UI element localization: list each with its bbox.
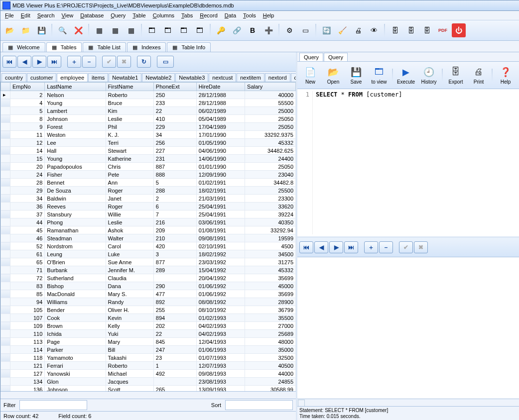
table-row[interactable]: 83BishopDana29001/06/199245000 <box>1 282 296 290</box>
table-row[interactable]: 134GlonJacques23/08/199324855 <box>1 378 296 386</box>
table-design-icon[interactable]: 🗔 <box>193 23 207 37</box>
new-button[interactable]: 📄New <box>299 63 321 87</box>
table-tab-nextitem[interactable]: nextitem <box>237 73 264 82</box>
export-icon[interactable]: 🗄 <box>388 23 402 37</box>
table-row[interactable]: 45RamanathanAshok20901/08/199133292.94 <box>1 226 296 234</box>
delete-record-button[interactable]: － <box>82 56 96 68</box>
table-row[interactable]: 71BurbankJennifer M.28915/04/199245332 <box>1 266 296 274</box>
save-icon[interactable]: 💾 <box>34 23 48 37</box>
emp-col-salary[interactable]: Salary <box>245 83 296 91</box>
table-row[interactable]: 11WestonK. J.3417/01/199033292.9375 <box>1 131 296 139</box>
emp-col-lastname[interactable]: LastName <box>45 83 106 91</box>
next-record-button[interactable]: ▶ <box>32 56 46 68</box>
execute-button[interactable]: ▶Execute <box>395 63 417 87</box>
open-button[interactable]: 📂Open <box>322 63 344 87</box>
table-tab-nextcust[interactable]: nextcust <box>209 73 236 82</box>
column-edit-icon[interactable]: ▦ <box>124 23 138 37</box>
menu-database[interactable]: Database <box>77 11 107 19</box>
menubar[interactable]: FileEditSearchViewDatabaseQueryTableColu… <box>0 11 519 20</box>
table-row[interactable]: 36ReevesRoger625/04/199133620 <box>1 203 296 210</box>
table-row[interactable]: 12LeeTerri25601/05/199045332 <box>1 139 296 147</box>
preview-icon[interactable]: 👁 <box>367 23 381 37</box>
table-row[interactable]: 107CookKevin89401/02/199335500 <box>1 314 296 322</box>
table-row[interactable]: 110IchidaYuki2204/02/199325689 <box>1 330 296 338</box>
table-row[interactable]: 34BaldwinJanet221/03/199123300 <box>1 195 296 203</box>
table-tab-nextord[interactable]: nextord <box>265 73 290 82</box>
menu-edit[interactable]: Edit <box>17 11 34 19</box>
nav-tab-tables[interactable]: ▦Tables <box>46 42 82 52</box>
result-next-button[interactable]: ▶ <box>329 241 343 253</box>
table-new-icon[interactable]: 🗔 <box>145 23 159 37</box>
column-add-icon[interactable]: ▦ <box>92 23 106 37</box>
last-record-button[interactable]: ⏭ <box>47 56 61 68</box>
table-tab-customer[interactable]: customer <box>27 73 56 82</box>
table-row[interactable]: 28BennetAnn501/02/199134482.8 <box>1 179 296 187</box>
first-record-button[interactable]: ⏮ <box>2 56 16 68</box>
table-delete-icon[interactable]: 🗔 <box>177 23 191 37</box>
table-tab-newtable3[interactable]: Newtable3 <box>175 73 208 82</box>
table-row[interactable]: 9ForestPhil22917/04/198925050 <box>1 123 296 131</box>
filter-input[interactable] <box>19 400 87 410</box>
table-row[interactable]: 37StansburyWillie725/04/199139224 <box>1 210 296 218</box>
table-row[interactable]: 121FerrariRoberto112/07/199340500 <box>1 362 296 370</box>
result-add-button[interactable]: ＋ <box>364 241 378 253</box>
table-tab-items[interactable]: items <box>88 73 108 82</box>
menu-file[interactable]: File <box>1 11 17 19</box>
emp-col-phoneext[interactable]: PhoneExt <box>153 83 196 91</box>
menu-help[interactable]: Help <box>260 11 278 19</box>
menu-columns[interactable]: Columns <box>149 11 178 19</box>
clear-icon[interactable]: ❌ <box>71 23 85 37</box>
column-remove-icon[interactable]: ▦ <box>108 23 122 37</box>
nav-tab-welcome[interactable]: ▦Welcome <box>2 42 45 52</box>
table-row[interactable]: 85MacDonaldMary S.47701/06/199235699 <box>1 290 296 298</box>
result-first-button[interactable]: ⏮ <box>299 241 313 253</box>
query-tab-1[interactable]: Query <box>324 53 348 61</box>
table-tab-employee[interactable]: employee <box>57 73 88 82</box>
table-tab-country[interactable]: country <box>1 73 26 82</box>
relation-icon[interactable]: 🔗 <box>230 23 244 37</box>
sql-editor[interactable]: 1 SELECT * FROM [customer] <box>297 89 519 236</box>
employee-grid[interactable]: EmpNoLastNameFirstNamePhoneExtHireDateSa… <box>0 82 296 391</box>
table-row[interactable]: 29De SouzaRoger28818/02/199125500 <box>1 187 296 195</box>
query-tab-0[interactable]: Query <box>299 53 323 61</box>
filter-icon[interactable]: 🧹 <box>335 23 349 37</box>
open-folder-icon[interactable]: 📂 <box>2 23 16 37</box>
pdf-icon[interactable]: PDF <box>436 23 450 37</box>
result-delete-button[interactable]: － <box>379 241 393 253</box>
search-icon[interactable]: 🔍 <box>55 23 69 37</box>
commit-button[interactable]: ✔ <box>102 56 116 68</box>
table-row[interactable]: 24FisherPete88812/09/199023040 <box>1 171 296 179</box>
menu-view[interactable]: View <box>58 11 77 19</box>
table-row[interactable]: 52NordstromCarol42002/10/19914500 <box>1 242 296 250</box>
sql-code[interactable]: SELECT * FROM [customer] <box>313 91 518 234</box>
result-last-button[interactable]: ⏭ <box>344 241 358 253</box>
menu-table[interactable]: Table <box>129 11 149 19</box>
table-row[interactable]: 94WilliamsRandy89208/08/199228900 <box>1 298 296 306</box>
export-button[interactable]: 🗄Export <box>445 63 467 87</box>
table-row[interactable]: 105BenderOliver H.25508/10/199236799 <box>1 306 296 314</box>
table-row[interactable]: 109BrownKelly20204/02/199327000 <box>1 322 296 330</box>
table-row[interactable]: 8JohnsonLeslie41005/04/198925050 <box>1 115 296 123</box>
table-row[interactable]: 61LeungLuke318/02/199234500 <box>1 250 296 258</box>
export2-icon[interactable]: 🗄 <box>404 23 418 37</box>
print-button[interactable]: 🖨Print <box>468 63 490 87</box>
table-row[interactable]: 136JohnsonScott26513/09/199330588.99 <box>1 386 296 392</box>
table-tab-orders[interactable]: orders <box>291 73 296 82</box>
history-button[interactable]: 🕘History <box>418 63 440 87</box>
open-db-icon[interactable]: 📁 <box>18 23 32 37</box>
result-commit-button[interactable]: ✔ <box>399 241 413 253</box>
sql-icon[interactable]: ▭ <box>298 23 312 37</box>
emp-col-firstname[interactable]: FirstName <box>106 83 153 91</box>
result-cancel-button[interactable]: ✖ <box>414 241 428 253</box>
refresh-button[interactable]: ↻ <box>137 56 151 68</box>
prev-record-button[interactable]: ◀ <box>17 56 31 68</box>
print-icon[interactable]: 🖨 <box>351 23 365 37</box>
table-row[interactable]: 72SutherlandClaudia20/04/199235699 <box>1 274 296 282</box>
table-row[interactable]: 44PhongLeslie21603/06/199140350 <box>1 218 296 226</box>
cancel-button[interactable]: ✖ <box>117 56 131 68</box>
table-row[interactable]: 46SteadmanWalter21009/08/199119599 <box>1 234 296 242</box>
table-edit-icon[interactable]: 🗔 <box>161 23 175 37</box>
add-record-button[interactable]: ＋ <box>67 56 81 68</box>
refresh-icon[interactable]: 🔄 <box>319 23 333 37</box>
table-row[interactable]: 14HallStewart22704/06/199034482.625 <box>1 147 296 155</box>
